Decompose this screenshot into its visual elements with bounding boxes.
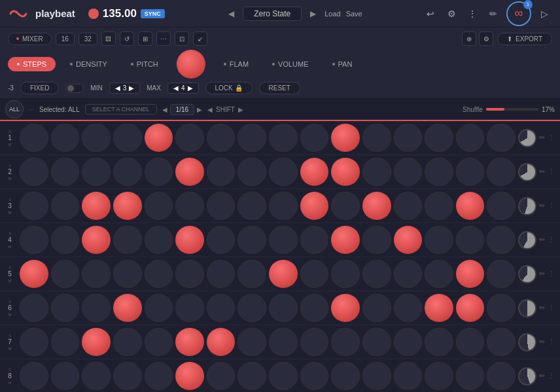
step-7-11[interactable] — [331, 328, 360, 357]
step-2-6[interactable] — [175, 158, 204, 187]
step-4-3[interactable] — [82, 226, 111, 255]
pencil-icon-2[interactable]: ✏ — [539, 168, 545, 176]
min-inc[interactable]: ▶ — [129, 84, 134, 92]
expand-icon[interactable]: ▷ — [536, 6, 552, 22]
step-8-1[interactable] — [20, 362, 48, 390]
volume-knob-3[interactable] — [518, 197, 536, 215]
step-8-8[interactable] — [237, 362, 266, 390]
step-6-13[interactable] — [394, 294, 423, 323]
paste-icon[interactable]: ⊡ — [175, 31, 189, 46]
load-button[interactable]: Load — [324, 10, 340, 18]
step-8-2[interactable] — [51, 362, 80, 390]
pencil-icon-6[interactable]: ✏ — [539, 304, 545, 312]
pencil-icon-5[interactable]: ✏ — [539, 270, 545, 278]
div-next[interactable]: ▶ — [197, 106, 202, 113]
row-menu-icon-3[interactable]: ⋮ — [548, 202, 555, 210]
step-3-7[interactable] — [207, 192, 236, 221]
row-menu-icon-7[interactable]: ⋮ — [548, 338, 555, 346]
step-5-14[interactable] — [425, 260, 453, 289]
reset-button[interactable]: RESET — [259, 82, 300, 94]
step-6-8[interactable] — [237, 294, 266, 323]
step-4-9[interactable] — [269, 226, 298, 255]
step-5-16[interactable] — [487, 260, 516, 289]
step-7-3[interactable] — [82, 328, 111, 357]
step-1-3[interactable] — [82, 124, 111, 152]
step-1-15[interactable] — [456, 124, 485, 152]
step-5-8[interactable] — [237, 260, 266, 289]
step-5-4[interactable] — [113, 260, 142, 289]
step-8-9[interactable] — [269, 362, 298, 390]
row-menu-icon-2[interactable]: ⋮ — [548, 168, 555, 176]
step-8-13[interactable] — [394, 362, 423, 390]
step-2-5[interactable] — [145, 158, 173, 187]
step-8-7[interactable] — [207, 362, 236, 390]
step-4-6[interactable] — [175, 226, 204, 255]
step-1-2[interactable] — [51, 124, 80, 152]
step-7-10[interactable] — [300, 328, 329, 357]
step-1-16[interactable] — [487, 124, 516, 152]
tab-flam[interactable]: FLAM — [215, 57, 258, 71]
shift-prev[interactable]: ◀ — [207, 106, 213, 113]
step-8-5[interactable] — [145, 362, 173, 390]
lock-button[interactable]: LOCK 🔒 — [205, 82, 253, 94]
step-3-12[interactable] — [362, 192, 391, 221]
step-2-8[interactable] — [237, 158, 266, 187]
tab-volume[interactable]: VOLUME — [263, 57, 317, 71]
sync-button[interactable]: SYNC — [141, 9, 165, 18]
step-4-15[interactable] — [456, 226, 485, 255]
fixed-button[interactable]: FIXED — [20, 82, 59, 94]
step-6-11[interactable] — [331, 294, 360, 323]
next-state-arrow[interactable]: ▶ — [307, 8, 319, 20]
step-5-11[interactable] — [331, 260, 360, 289]
step-7-1[interactable] — [20, 328, 48, 357]
volume-knob-8[interactable] — [518, 367, 536, 385]
step-6-4[interactable] — [113, 294, 142, 323]
step-3-16[interactable] — [487, 192, 516, 221]
step-8-15[interactable] — [456, 362, 485, 390]
step-6-2[interactable] — [51, 294, 80, 323]
step-5-10[interactable] — [300, 260, 329, 289]
step-3-10[interactable] — [300, 192, 329, 221]
step-5-15[interactable] — [456, 260, 485, 289]
dots-icon[interactable]: ⋯ — [156, 31, 171, 46]
step-3-15[interactable] — [456, 192, 485, 221]
step-3-8[interactable] — [237, 192, 266, 221]
row-menu-icon-6[interactable]: ⋮ — [548, 304, 555, 312]
dice-icon[interactable]: ⚄ — [101, 31, 116, 46]
step-2-15[interactable] — [456, 158, 485, 187]
step-8-12[interactable] — [362, 362, 391, 390]
step-1-5[interactable] — [145, 124, 173, 152]
step-3-6[interactable] — [175, 192, 204, 221]
step-1-9[interactable] — [269, 124, 298, 152]
step-7-8[interactable] — [237, 328, 266, 357]
max-dec[interactable]: ◀ — [173, 84, 179, 92]
all-button[interactable]: ALL — [5, 100, 24, 118]
row-menu-icon-8[interactable]: ⋮ — [548, 372, 555, 380]
pencil-icon-4[interactable]: ✏ — [539, 236, 545, 244]
refresh-icon[interactable]: ↺ — [120, 31, 134, 46]
step-1-6[interactable] — [175, 124, 204, 152]
step-2-7[interactable] — [207, 158, 236, 187]
step-7-2[interactable] — [51, 328, 80, 357]
step-8-3[interactable] — [82, 362, 111, 390]
div-prev[interactable]: ◀ — [162, 106, 167, 113]
step-4-4[interactable] — [113, 226, 142, 255]
min-value[interactable]: ◀ 3 ▶ — [109, 82, 141, 94]
step-6-16[interactable] — [487, 294, 516, 323]
step-6-9[interactable] — [269, 294, 298, 323]
pencil-icon-1[interactable]: ✏ — [539, 134, 545, 142]
step-4-16[interactable] — [487, 226, 516, 255]
undo-icon[interactable]: ↩ — [423, 6, 438, 22]
step-1-14[interactable] — [425, 124, 453, 152]
step-5-1[interactable] — [20, 260, 48, 289]
step-4-10[interactable] — [300, 226, 329, 255]
step-6-6[interactable] — [175, 294, 204, 323]
step-2-11[interactable] — [331, 158, 360, 187]
shuffle-bar[interactable] — [486, 108, 538, 111]
step-4-13[interactable] — [394, 226, 423, 255]
step-5-7[interactable] — [207, 260, 236, 289]
step-7-6[interactable] — [175, 328, 204, 357]
step-2-9[interactable] — [269, 158, 298, 187]
step-3-9[interactable] — [269, 192, 298, 221]
mixer-button[interactable]: MIXER — [8, 33, 52, 45]
